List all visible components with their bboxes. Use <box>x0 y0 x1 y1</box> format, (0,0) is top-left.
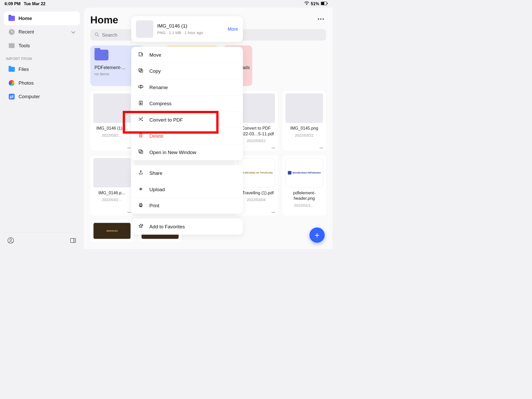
plus-icon: + <box>315 230 320 240</box>
context-meta: PNG · 1.1 MB · 1 hour ago <box>157 31 224 35</box>
file-menu-button[interactable]: ••• <box>272 147 275 149</box>
file-thumbnail <box>237 94 275 123</box>
context-title: IMG_0146 (1) <box>157 23 224 29</box>
compress-button[interactable]: Compress <box>131 96 243 112</box>
battery-percent: 51% <box>311 1 319 6</box>
compress-icon <box>138 100 144 107</box>
sidebar-item-label: Computer <box>18 94 40 99</box>
print-button[interactable]: Print <box>131 198 243 214</box>
wifi-icon <box>304 1 309 6</box>
context-menu-header: IMG_0146 (1) PNG · 1.1 MB · 1 hour ago M… <box>131 16 243 42</box>
convert-to-pdf-button[interactable]: Convert to PDF <box>131 112 243 128</box>
sidebar-item-home[interactable]: Home <box>4 11 80 25</box>
share-button[interactable]: Share <box>131 165 243 182</box>
status-bar: 6:09 PM Tue Mar 22 51% <box>0 0 332 8</box>
header-more-button[interactable]: ••• <box>318 16 325 22</box>
copy-button[interactable]: Copy <box>131 63 243 79</box>
sidebar-item-label: Files <box>18 66 29 72</box>
svg-point-8 <box>75 239 75 240</box>
more-button[interactable]: More <box>228 26 238 32</box>
file-menu-button[interactable]: ••• <box>128 147 131 149</box>
file-date: 2022/01/1… <box>294 203 314 208</box>
tools-icon <box>9 42 15 49</box>
sidebar-item-label: Recent <box>18 29 34 35</box>
svg-point-0 <box>306 4 307 5</box>
file-card[interactable]: IMG_0145.png 2022/03/22 ••• <box>283 91 326 151</box>
rename-button[interactable]: Rename <box>131 79 243 96</box>
move-button[interactable]: Move <box>131 47 243 63</box>
file-menu-button[interactable]: ••• <box>272 211 275 214</box>
file-thumbnail: THE MEANING OF TRAVELING <box>237 158 275 188</box>
file-date: 2022/03/22 <box>295 133 314 137</box>
sidebar-item-recent[interactable]: Recent <box>4 25 80 39</box>
sidebar-item-label: Home <box>18 16 32 21</box>
file-thumbnail <box>93 158 131 188</box>
svg-point-5 <box>10 239 12 241</box>
open-new-window-button[interactable]: Open in New Window <box>131 144 243 160</box>
import-from-label: IMPORT FROM <box>4 52 80 63</box>
delete-button[interactable]: Delete <box>131 128 243 144</box>
status-date: Tue Mar 22 <box>24 1 45 6</box>
copy-icon <box>138 68 144 74</box>
sidebar-item-label: Tools <box>18 43 30 48</box>
file-thumbnail <box>136 21 153 38</box>
files-icon <box>9 66 15 72</box>
file-thumbnail <box>93 94 131 123</box>
file-thumbnail: SERVICES <box>93 223 131 239</box>
sidebar: Home Recent Tools IMPORT FROM Files Phot… <box>0 8 84 249</box>
file-card[interactable]: SERVICES <box>90 220 134 242</box>
sidebar-item-tools[interactable]: Tools <box>4 39 80 52</box>
share-icon <box>138 170 144 176</box>
convert-icon <box>138 117 144 123</box>
home-icon <box>9 15 15 22</box>
delete-icon <box>138 133 144 139</box>
svg-rect-23 <box>140 203 142 204</box>
file-name: IMG_0145.png <box>290 126 318 131</box>
window-icon <box>138 149 144 155</box>
sidebar-item-label: Photos <box>18 80 34 86</box>
photos-icon <box>9 80 15 86</box>
rename-icon <box>138 84 144 90</box>
sidebar-item-files[interactable]: Files <box>4 63 80 76</box>
svg-point-9 <box>75 240 75 241</box>
svg-rect-21 <box>140 151 143 154</box>
svg-rect-3 <box>327 3 328 4</box>
file-date: 2022/03/22 <box>247 138 265 143</box>
folder-icon <box>95 50 109 60</box>
search-icon <box>95 32 99 38</box>
computer-icon: ⇄ <box>9 93 15 100</box>
battery-icon <box>321 1 328 6</box>
sidebar-item-computer[interactable]: ⇄ Computer <box>4 90 80 104</box>
svg-rect-2 <box>321 2 324 5</box>
upload-icon <box>138 186 144 192</box>
file-name: IMG_0146.p… <box>98 190 126 196</box>
file-date: 2022/03/04 <box>247 198 265 202</box>
file-date: 2022/03/2… <box>102 198 122 202</box>
svg-line-12 <box>97 35 99 36</box>
file-menu-button[interactable]: ••• <box>128 211 131 214</box>
add-button[interactable]: + <box>309 228 325 243</box>
svg-point-11 <box>95 33 98 36</box>
profile-icon[interactable] <box>8 237 14 244</box>
file-thumbnail <box>285 94 323 123</box>
svg-point-10 <box>75 241 75 242</box>
file-card[interactable]: IMG_0146 (1).… 2022/03/2… ••• <box>90 91 134 151</box>
file-date: 2022/03/2… <box>102 133 122 137</box>
file-name: pdfelement-header.png <box>285 190 324 201</box>
file-name: 1 Travelling (1).pdf <box>239 190 274 196</box>
file-menu-button[interactable]: ••• <box>320 147 323 149</box>
file-card[interactable]: Wondershare PDFelement pdfelement-header… <box>283 156 326 216</box>
upload-button[interactable]: Upload <box>131 181 243 198</box>
move-icon <box>138 52 144 58</box>
sidebar-item-photos[interactable]: Photos <box>4 76 80 90</box>
file-name: IMG_0146 (1).… <box>96 126 128 131</box>
file-card[interactable]: IMG_0146.p… 2022/03/2… ••• <box>90 156 134 216</box>
star-icon <box>138 223 144 230</box>
file-thumbnail: Wondershare PDFelement <box>285 158 323 188</box>
clock-icon <box>9 29 15 35</box>
print-icon <box>138 202 144 209</box>
status-time: 6:09 PM <box>5 1 21 6</box>
panel-toggle-icon[interactable] <box>70 237 76 244</box>
add-favorites-button[interactable]: Add to Favorites <box>131 218 243 235</box>
context-menu: IMG_0146 (1) PNG · 1.1 MB · 1 hour ago M… <box>131 16 243 240</box>
